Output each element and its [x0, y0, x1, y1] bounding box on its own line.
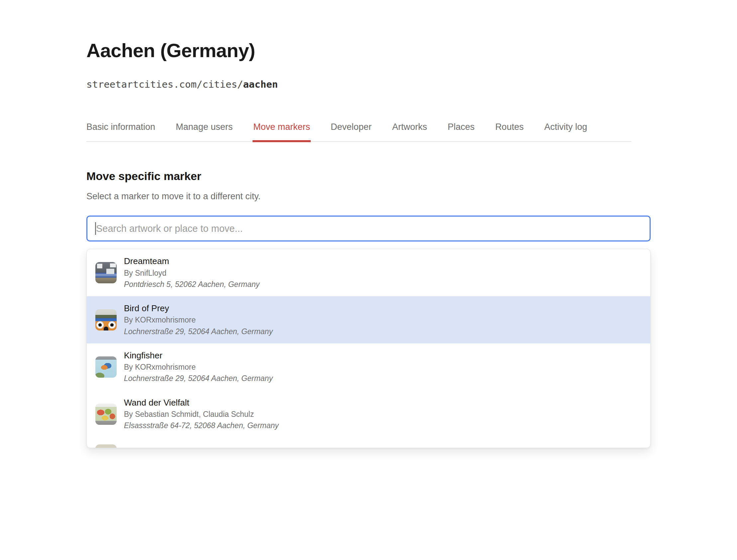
result-row[interactable]: Kingfisher By KORxmohrismore Lochnerstra…: [87, 343, 650, 391]
section-description: Select a marker to move it to a differen…: [86, 191, 651, 202]
result-meta: Dreamteam By SnifLloyd Pontdriesch 5, 52…: [124, 256, 259, 290]
search-wrapper: [86, 216, 651, 241]
tab-basic-information[interactable]: Basic information: [86, 117, 155, 141]
tab-activity-log[interactable]: Activity log: [544, 117, 587, 141]
artwork-thumbnail: [95, 404, 117, 425]
artwork-thumbnail: [95, 262, 117, 283]
result-byline: By SnifLloyd: [124, 268, 259, 278]
result-byline: By KORxmohrismore: [124, 362, 273, 372]
tab-bar: Basic informationManage usersMove marker…: [86, 117, 631, 142]
result-title: Kingfisher: [124, 350, 273, 361]
search-results-dropdown: Dreamteam By SnifLloyd Pontdriesch 5, 52…: [86, 249, 651, 448]
search-input[interactable]: [86, 216, 651, 241]
result-address: Lochnerstraße 29, 52064 Aachen, Germany: [124, 326, 273, 337]
result-row[interactable]: Bird of Prey By KORxmohrismore Lochnerst…: [87, 296, 650, 343]
tab-move-markers[interactable]: Move markers: [253, 117, 310, 141]
text-caret: [95, 222, 96, 235]
result-address: Pontdriesch 5, 52062 Aachen, Germany: [124, 279, 259, 290]
tab-artworks[interactable]: Artworks: [392, 117, 427, 141]
result-address: Lochnerstraße 29, 52064 Aachen, Germany: [124, 373, 273, 384]
result-title: Bird of Prey: [124, 303, 273, 314]
result-byline: By KORxmohrismore: [124, 315, 273, 325]
result-title: Dreamteam: [124, 256, 259, 267]
page-title: Aachen (Germany): [86, 39, 651, 61]
result-meta: Wand der Vielfalt By Sebastian Schmidt, …: [124, 397, 279, 431]
section-heading: Move specific marker: [86, 170, 651, 183]
tab-developer[interactable]: Developer: [330, 117, 372, 141]
tab-manage-users[interactable]: Manage users: [176, 117, 232, 141]
result-row[interactable]: K-25: [87, 438, 650, 448]
result-meta: Kingfisher By KORxmohrismore Lochnerstra…: [124, 350, 273, 384]
artwork-thumbnail: [95, 444, 117, 448]
result-address: Elsassstraße 64-72, 52068 Aachen, German…: [124, 420, 279, 431]
city-url-slug: aachen: [243, 79, 278, 90]
tab-places[interactable]: Places: [448, 117, 475, 141]
result-row[interactable]: Wand der Vielfalt By Sebastian Schmidt, …: [87, 391, 650, 438]
tab-routes[interactable]: Routes: [495, 117, 524, 141]
page-content: Aachen (Germany) streetartcities.com/cit…: [86, 0, 651, 448]
city-url: streetartcities.com/cities/aachen: [86, 79, 651, 90]
artwork-thumbnail: [95, 309, 117, 330]
result-title: Wand der Vielfalt: [124, 397, 279, 408]
result-meta: Bird of Prey By KORxmohrismore Lochnerst…: [124, 303, 273, 337]
city-url-prefix: streetartcities.com/cities/: [86, 79, 243, 90]
artwork-thumbnail: [95, 356, 117, 378]
result-row[interactable]: Dreamteam By SnifLloyd Pontdriesch 5, 52…: [87, 249, 650, 296]
result-byline: By Sebastian Schmidt, Claudia Schulz: [124, 409, 279, 420]
